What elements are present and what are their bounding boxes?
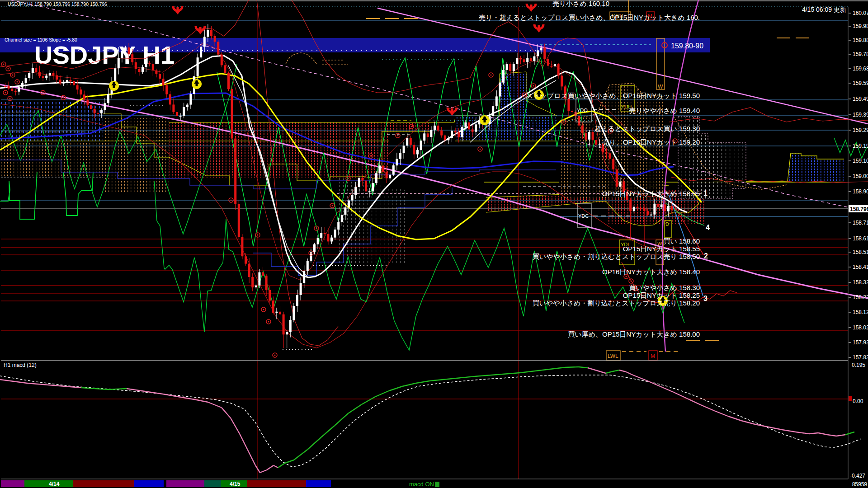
- svg-text:USDJPY,H1 158.790 158.796 158: USDJPY,H1 158.790 158.796 158.790 158.79…: [8, 1, 107, 7]
- svg-text:買い厚め、OP15日NYカット大きめ 158.00: 買い厚め、OP15日NYカット大きめ 158.00: [568, 330, 700, 338]
- svg-text:W: W: [658, 84, 663, 90]
- svg-text:158.025: 158.025: [853, 324, 868, 331]
- svg-text:158.125: 158.125: [853, 309, 868, 315]
- svg-text:160.075: 160.075: [853, 10, 868, 16]
- svg-text:158.710: 158.710: [853, 220, 868, 226]
- svg-text:2: 2: [704, 252, 708, 260]
- svg-text:macd ON: macd ON: [409, 481, 434, 488]
- svg-text:157.830: 157.830: [853, 354, 868, 361]
- svg-text:売り、OP15日NYカット 159.20: 売り、OP15日NYカット 159.20: [602, 138, 700, 146]
- svg-text:3: 3: [703, 295, 708, 302]
- svg-text:159.590: 159.590: [853, 80, 868, 86]
- svg-text:158.610: 158.610: [853, 235, 868, 242]
- svg-text:159.000: 159.000: [853, 173, 868, 179]
- svg-text:159.980: 159.980: [853, 23, 868, 29]
- svg-text:ストップロス買いやや小さめ、OP16日NYカット 159.5: ストップロス買いやや小さめ、OP16日NYカット 159.50: [526, 92, 700, 99]
- svg-text:0.195: 0.195: [852, 362, 865, 368]
- svg-text:買いやや小さめ 158.30: 買いやや小さめ 158.30: [629, 284, 700, 291]
- svg-text:159.490: 159.490: [853, 96, 868, 102]
- svg-text:買いやや小さめ・割り込むとストップロス売り 158.20: 買いやや小さめ・割り込むとストップロス売り 158.20: [533, 299, 700, 307]
- svg-text:OP16日NYカット大きめ 158.40: OP16日NYカット大きめ 158.40: [602, 268, 700, 276]
- svg-text:超えるとストップロス買い 159.30: 超えるとストップロス買い 159.30: [594, 125, 700, 132]
- svg-text:159.395: 159.395: [853, 112, 868, 118]
- svg-text:売りやや小さめ 159.40: 売りやや小さめ 159.40: [629, 107, 700, 114]
- svg-text:158.905: 158.905: [853, 188, 868, 195]
- svg-text:159.785: 159.785: [853, 51, 868, 57]
- svg-text:買いやや小さめ・割り込むとストップロス売り 158.50: 買いやや小さめ・割り込むとストップロス売り 158.50: [533, 253, 700, 260]
- svg-text:OP15日NYカット大きめ 158.85: OP15日NYカット大きめ 158.85: [602, 190, 700, 197]
- svg-text:159.100: 159.100: [853, 158, 868, 164]
- svg-text:YDC: YDC: [578, 213, 589, 219]
- svg-text:159.295: 159.295: [853, 127, 868, 133]
- svg-text:M: M: [651, 353, 655, 359]
- svg-text:売り小さめ 160.10: 売り小さめ 160.10: [552, 0, 609, 7]
- svg-text:LWL: LWL: [608, 353, 618, 359]
- svg-text:158.220: 158.220: [853, 294, 868, 300]
- svg-text:85959: 85959: [852, 481, 868, 488]
- svg-text:159.880: 159.880: [853, 37, 868, 43]
- svg-text:売り・超えるとストップロス買い小さめ、OP15日NYカット大: 売り・超えるとストップロス買い小さめ、OP15日NYカット大きめ 160.: [479, 14, 700, 21]
- svg-text:-0.427: -0.427: [850, 473, 865, 479]
- svg-text:158.415: 158.415: [853, 264, 868, 270]
- svg-text:4/15 06:09 更新: 4/15 06:09 更新: [802, 6, 846, 13]
- svg-text:YDO: YDO: [577, 108, 588, 113]
- svg-text:H1 macd (12): H1 macd (12): [4, 362, 37, 368]
- svg-text:159.80-90: 159.80-90: [671, 42, 703, 50]
- svg-text:4: 4: [706, 224, 710, 231]
- svg-text:買い 158.60: 買い 158.60: [664, 237, 700, 245]
- svg-text:158.796: 158.796: [850, 206, 868, 212]
- svg-text:4/14: 4/14: [49, 481, 60, 487]
- svg-text:159.195: 159.195: [853, 143, 868, 149]
- svg-text:158.515: 158.515: [853, 249, 868, 255]
- svg-text:OP15日NYカット 158.55: OP15日NYカット 158.55: [623, 245, 700, 253]
- svg-text:OP15日NYカット 158.25: OP15日NYカット 158.25: [623, 291, 700, 299]
- svg-text:158.320: 158.320: [853, 279, 868, 286]
- svg-text:4/15: 4/15: [230, 481, 241, 487]
- svg-text:D: D: [665, 221, 669, 227]
- svg-text:157.925: 157.925: [853, 339, 868, 346]
- svg-text:159.685: 159.685: [853, 66, 868, 72]
- svg-text:0.00: 0.00: [853, 398, 863, 404]
- svg-text:1: 1: [703, 189, 708, 197]
